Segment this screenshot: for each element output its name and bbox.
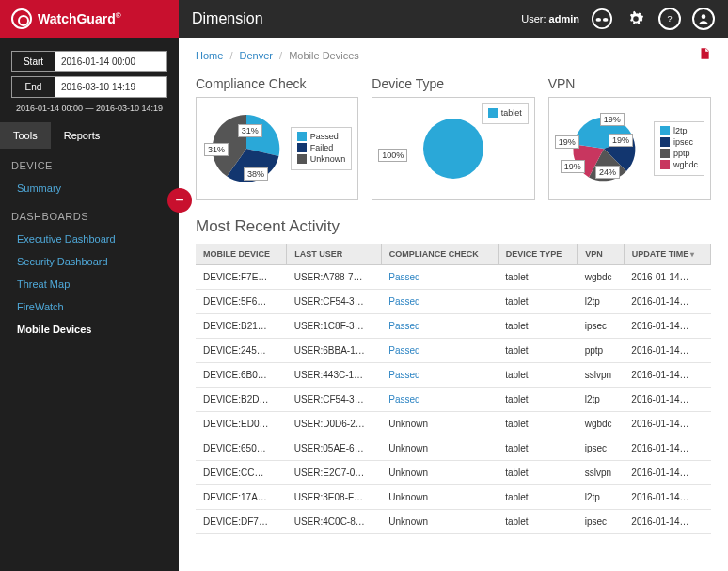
app-title: Dimension (192, 10, 263, 27)
activity-title: Most Recent Activity (196, 217, 711, 236)
vpn-legend: l2tpipsecpptpwgbdc (654, 121, 704, 176)
nav-item[interactable]: Security Dashboard (0, 250, 179, 273)
nav-item[interactable]: Summary (0, 177, 179, 199)
nav-item[interactable]: Threat Map (0, 273, 179, 295)
legend-item: Passed (297, 132, 346, 141)
table-row[interactable]: DEVICE:245…USER:6BBA-1…Passedtabletpptp2… (196, 339, 711, 363)
nav-item[interactable]: Executive Dashboard (0, 228, 179, 250)
legend-swatch-icon (297, 132, 307, 141)
breadcrumb-mid[interactable]: Denver (240, 50, 273, 61)
vpn-chart: VPN 19% 19% 24% 19% (548, 76, 711, 200)
table-row[interactable]: DEVICE:17A…USER:3E08-F…Unknowntabletl2tp… (196, 485, 711, 510)
help-icon[interactable]: ? (658, 8, 681, 30)
device-type-pie-icon (416, 111, 491, 186)
legend-item: ipsec (660, 137, 698, 147)
breadcrumb: Home / Denver / Mobile Devices (196, 50, 359, 61)
minus-icon: − (175, 192, 183, 209)
legend-swatch-icon (297, 154, 307, 164)
legend-item: Unknown (297, 154, 346, 164)
device-type-legend: tablet (482, 103, 529, 124)
start-date-row[interactable]: Start 2016-01-14 00:00 (11, 51, 167, 72)
legend-swatch-icon (660, 149, 670, 158)
table-column-header[interactable]: DEVICE TYPE (498, 244, 578, 265)
svg-text:?: ? (668, 14, 673, 24)
legend-item: l2tp (660, 126, 698, 135)
gear-icon[interactable] (625, 8, 647, 30)
brand-text: WatchGuard® (38, 11, 121, 26)
legend-swatch-icon (488, 108, 498, 118)
legend-item: Failed (297, 143, 346, 152)
table-row[interactable]: DEVICE:650…USER:05AE-6…Unknowntabletipse… (196, 436, 711, 461)
dashboards-section-header: DASHBOARDS (0, 199, 179, 228)
user-icon[interactable] (692, 8, 715, 30)
svg-point-2 (603, 18, 609, 22)
compliance-legend: PassedFailedUnknown (291, 127, 353, 170)
breadcrumb-home[interactable]: Home (196, 50, 223, 61)
compliance-chart: Compliance Check 31% 38% 31% PassedFaile… (196, 76, 358, 200)
table-column-header[interactable]: LAST USER (287, 244, 382, 265)
table-row[interactable]: DEVICE:DF7…USER:4C0C-8…Unknowntabletipse… (196, 510, 711, 534)
activity-table: MOBILE DEVICELAST USERCOMPLIANCE CHECKDE… (196, 244, 711, 534)
end-date-row[interactable]: End 2016-03-10 14:19 (11, 76, 167, 98)
legend-swatch-icon (660, 160, 670, 169)
end-date-value[interactable]: 2016-03-10 14:19 (55, 77, 166, 97)
table-row[interactable]: DEVICE:B2D…USER:CF54-3…Passedtabletl2tp2… (196, 388, 711, 412)
tab-reports[interactable]: Reports (51, 122, 114, 149)
collapse-button[interactable]: − (167, 188, 192, 213)
device-section-header: DEVICE (0, 149, 179, 177)
table-column-header[interactable]: MOBILE DEVICE (196, 244, 287, 265)
nav-item[interactable]: FireWatch (0, 295, 179, 318)
tab-tools[interactable]: Tools (0, 122, 51, 149)
table-column-header[interactable]: VPN (578, 244, 625, 265)
sort-indicator-icon: ▾ (690, 250, 694, 259)
table-column-header[interactable]: UPDATE TIME▾ (624, 244, 710, 265)
table-row[interactable]: DEVICE:6B0…USER:443C-1…Passedtabletsslvp… (196, 363, 711, 388)
legend-swatch-icon (660, 126, 670, 135)
table-column-header[interactable]: COMPLIANCE CHECK (381, 244, 498, 265)
table-body: DEVICE:F7E…USER:A788-7…Passedtabletwgbdc… (196, 265, 711, 534)
nav-item[interactable]: Mobile Devices (0, 318, 179, 341)
table-row[interactable]: DEVICE:B21…USER:1C8F-3…Passedtabletipsec… (196, 314, 711, 339)
brand-block: WatchGuard® (0, 0, 179, 38)
brand-logo-icon (11, 8, 32, 29)
breadcrumb-current: Mobile Devices (289, 50, 359, 61)
device-type-chart: Device Type 100% tablet (372, 76, 534, 200)
device-nav: Summary (0, 177, 179, 199)
svg-point-0 (593, 9, 611, 28)
table-header-row: MOBILE DEVICELAST USERCOMPLIANCE CHECKDE… (196, 244, 711, 265)
table-row[interactable]: DEVICE:5F6…USER:CF54-3…Passedtabletl2tp2… (196, 290, 711, 314)
svg-point-4 (702, 14, 706, 19)
legend-item: tablet (488, 108, 522, 118)
legend-swatch-icon (660, 137, 670, 147)
legend-swatch-icon (297, 143, 307, 152)
svg-point-1 (596, 18, 602, 22)
dashboard-nav: Executive DashboardSecurity DashboardThr… (0, 228, 179, 341)
pdf-export-icon[interactable] (698, 47, 711, 63)
status-icon[interactable] (591, 8, 613, 30)
legend-item: wgbdc (660, 160, 698, 169)
user-label: User: admin (521, 13, 579, 24)
legend-item: pptp (660, 149, 698, 158)
table-row[interactable]: DEVICE:ED0…USER:D0D6-2…Unknowntabletwgbd… (196, 412, 711, 436)
sidebar-tabs: Tools Reports (0, 122, 179, 149)
svg-point-5 (423, 119, 483, 179)
table-row[interactable]: DEVICE:F7E…USER:A788-7…Passedtabletwgbdc… (196, 265, 711, 290)
date-range-text: 2016-01-14 00:00 — 2016-03-10 14:19 (0, 103, 179, 113)
sidebar: Start 2016-01-14 00:00 End 2016-03-10 14… (0, 38, 179, 571)
table-row[interactable]: DEVICE:CC…USER:E2C7-0…Unknowntabletsslvp… (196, 461, 711, 485)
start-date-value[interactable]: 2016-01-14 00:00 (55, 52, 166, 71)
